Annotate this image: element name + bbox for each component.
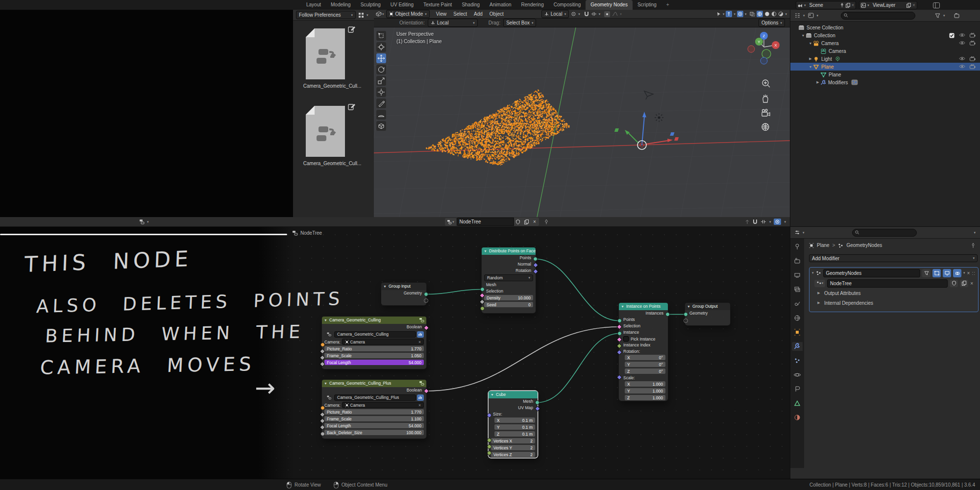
constraints-tab[interactable] [792,385,803,393]
workspace-tab-shading[interactable]: Shading [457,0,485,10]
viewlayer-selector[interactable]: ▾ ViewLayer × [859,1,917,9]
node-culling[interactable]: ▼Camera_Geometric_CullingBooleanCamera_G… [322,317,426,369]
object-data-tab[interactable] [792,399,803,408]
view-layer-tab[interactable] [792,285,803,294]
value-bar[interactable]: Y0.1 m [494,424,535,430]
value-bar[interactable]: Back_Deleter_Size100.000 [324,430,424,435]
node-culling_plus[interactable]: ▼Camera_Geometric_Culling_PlusBooleanCam… [322,380,426,439]
nodegroup-name[interactable]: Camera_Geometric_Culling_Plus [334,394,416,401]
object-field[interactable]: Camera× [342,402,424,408]
rotate-tool[interactable] [376,65,386,74]
value-field-picture_ratio[interactable]: Picture_Ratio1.770 [322,346,426,352]
outliner-row-plane[interactable]: Plane [790,71,980,78]
tool-tab[interactable] [792,243,803,251]
Geometry-socket[interactable] [424,292,428,296]
section-internal-dependencies[interactable]: ▶Internal Dependencies [809,298,978,308]
value-bar[interactable]: Z0.1 m [494,431,535,437]
nodegroup-selector[interactable]: Camera_Geometric_Culling_Plus [324,393,424,401]
node-instance[interactable]: ▼Instance on PointsInstancesPointsSelect… [619,303,668,401]
workspace-tab-uv-editing[interactable]: UV Editing [386,0,418,10]
workspace-tab-geometry-nodes[interactable]: Geometry Nodes [586,0,633,10]
shading-material-icon[interactable] [771,11,777,17]
measure-tool[interactable] [376,110,386,120]
nodetree-field[interactable]: NodeTree [827,279,948,288]
node-header[interactable]: ▼Camera_Geometric_Culling [322,317,426,324]
expand-icon[interactable]: ▼ [808,42,813,45]
Camera:-socket[interactable] [320,343,325,347]
object-field-row[interactable]: Camera:Camera× [324,401,424,409]
workspace-tab-scripting[interactable]: Scripting [633,0,662,10]
pivot-icon[interactable] [571,11,576,17]
value-field-vertices-y[interactable]: Vertices Y2 [489,445,538,451]
breadcrumb-object[interactable]: Plane [817,243,830,248]
menu-add[interactable]: Add [470,11,486,17]
browse-nodegroup-icon[interactable] [324,331,333,338]
properties-editor-icon[interactable] [794,230,800,235]
value-bar[interactable]: Vertices Z2 [491,452,535,457]
eye-icon[interactable] [959,64,965,69]
breadcrumb-modifier[interactable]: GeometryNodes [846,243,882,248]
eye-icon[interactable] [959,33,965,37]
annotate-tool[interactable] [376,98,386,108]
camera-visibility-icon[interactable] [970,33,976,38]
checkbox-icon[interactable] [623,336,629,342]
sub-field-z[interactable]: Z1.000 [619,395,668,401]
sub-field-y[interactable]: Y1.000 [619,388,668,394]
snap-magnet-icon[interactable] [584,11,589,17]
select-box-tool[interactable] [376,31,386,41]
value-bar[interactable]: Z0° [625,368,665,374]
node-distribute[interactable]: ▼Distribute Points on FacesPointsNormalR… [482,247,536,313]
object-field-row[interactable]: Camera:Camera× [324,338,424,345]
snap-target-icon[interactable] [591,12,597,16]
gizmos-toggle-icon[interactable] [726,11,732,17]
outliner-row-collection[interactable]: ▼Collection [790,31,980,39]
value-bar[interactable]: Z1.000 [625,395,665,400]
value-bar[interactable]: Focal Length54.000 [324,423,424,428]
checkbox-row-pick-instance[interactable]: Pick Instance [619,336,668,342]
modifier-name-field[interactable]: GeometryNodes [823,269,921,277]
panel-expand-icon[interactable]: ▾ [812,271,814,275]
render-display-toggle[interactable] [953,269,961,277]
Mesh-socket[interactable] [535,400,539,405]
value-field-frame_scale[interactable]: Frame_Scale1.050 [322,353,426,359]
value-field-focal-length[interactable]: Focal Length54.000 [322,423,426,429]
modifiers-tab[interactable] [792,342,803,351]
workspace-tab-layout[interactable]: Layout [301,0,326,10]
sub-field-x[interactable]: X0.1 m [489,417,538,424]
value-bar[interactable]: Picture_Ratio1.770 [324,346,424,351]
camera-visibility-icon[interactable] [970,41,976,46]
value-bar[interactable]: Focal Length54.000 [324,360,424,365]
outliner-search[interactable] [841,12,915,20]
node-header[interactable]: ▼Cube [489,391,538,398]
properties-search[interactable] [852,229,917,237]
copy-icon[interactable] [960,280,968,287]
scene-tab[interactable] [792,299,803,308]
workspace-tab-compositing[interactable]: Compositing [549,0,586,10]
value-bar[interactable]: Y1.000 [625,388,665,393]
Vertices X-socket[interactable] [487,438,491,442]
asset-card[interactable]: Camera_Geometric_Cull... [293,23,374,100]
add-modifier-button[interactable]: Add Modifier▾ [809,254,978,262]
value-bar[interactable]: Seed0 [484,302,533,307]
Vertices Z-socket[interactable] [487,451,491,455]
new-collection-icon[interactable] [954,13,960,18]
xray-toggle-icon[interactable] [750,12,755,17]
value-bar[interactable]: Vertices X2 [491,438,535,443]
material-tab[interactable] [792,413,803,422]
nodegroup-users-icon[interactable] [417,331,424,338]
workspace-tab-sculpting[interactable]: Sculpting [356,0,386,10]
sub-field-z[interactable]: Z0.1 m [489,431,538,438]
section-output-attributes[interactable]: ▶Output Attributes [809,288,978,298]
edit-mode-display-toggle[interactable] [922,269,931,277]
eye-icon[interactable] [959,56,965,61]
filter-type-icon[interactable] [808,13,814,18]
object-field[interactable]: Camera× [342,339,424,345]
cage-display-toggle[interactable] [932,269,941,277]
nodegroup-name[interactable]: Camera_Geometric_Culling [334,331,416,338]
workspace-tab-texture-paint[interactable]: Texture Paint [418,0,457,10]
Camera:-socket[interactable] [320,406,325,410]
nodegroup-selector[interactable]: Camera_Geometric_Culling [324,330,424,338]
outliner-row-camera[interactable]: Camera [790,47,980,55]
value-bar[interactable]: Picture_Ratio1.770 [324,409,424,415]
menu-object[interactable]: Object [486,11,507,17]
